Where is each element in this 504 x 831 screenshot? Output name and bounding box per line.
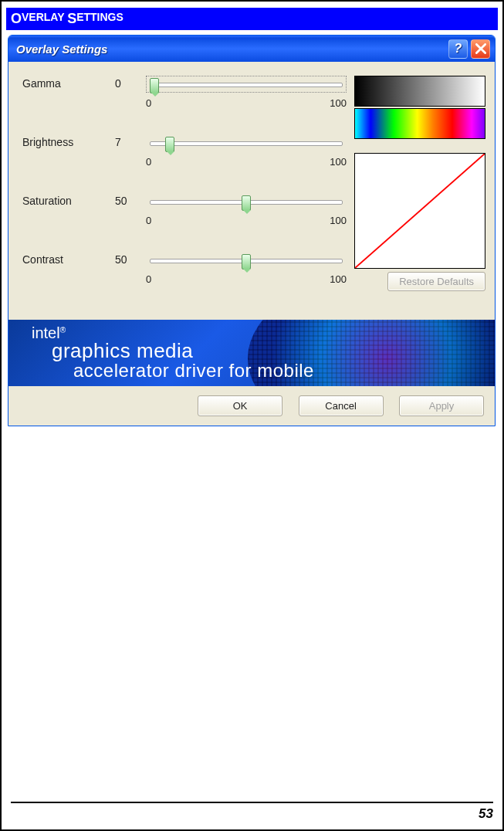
saturation-row: Saturation 50 0 100 <box>22 193 347 233</box>
sliders-panel: Gamma 0 0 100 Brightness 7 <box>22 76 347 310</box>
help-button[interactable]: ? <box>448 39 468 59</box>
saturation-label: Saturation <box>22 193 115 207</box>
intel-banner: intel® graphics media accelerator driver… <box>8 320 495 386</box>
saturation-thumb[interactable] <box>242 195 251 211</box>
saturation-slider[interactable] <box>146 193 347 210</box>
gamma-value: 0 <box>115 76 146 90</box>
close-icon <box>475 43 486 54</box>
saturation-min: 0 <box>146 215 151 226</box>
gamma-min: 0 <box>146 97 151 109</box>
gamma-thumb[interactable] <box>150 78 159 93</box>
gamma-slider[interactable] <box>146 76 347 93</box>
preview-panel: Restore Defaults <box>347 76 485 310</box>
saturation-max: 100 <box>330 215 347 226</box>
button-bar: OK Cancel Apply <box>8 386 495 426</box>
cancel-button[interactable]: Cancel <box>299 395 384 416</box>
page-footer: 53 <box>11 802 493 822</box>
saturation-value: 50 <box>115 193 146 207</box>
gamma-max: 100 <box>330 97 347 109</box>
contrast-max: 100 <box>330 273 347 285</box>
svg-line-0 <box>355 154 485 268</box>
contrast-label: Contrast <box>22 252 115 266</box>
gamma-label: Gamma <box>22 76 115 90</box>
brightness-row: Brightness 7 0 100 <box>22 134 347 175</box>
brightness-value: 7 <box>115 134 146 148</box>
apply-button[interactable]: Apply <box>399 395 484 416</box>
contrast-slider[interactable] <box>146 252 347 269</box>
banner-line3: accelerator driver for mobile <box>73 360 314 382</box>
grayscale-gradient-preview <box>354 76 485 107</box>
window-title: Overlay Settings <box>16 42 445 56</box>
brightness-slider[interactable] <box>146 134 347 151</box>
restore-defaults-button[interactable]: Restore Defaults <box>387 272 485 291</box>
titlebar[interactable]: Overlay Settings ? <box>8 36 495 62</box>
contrast-value: 50 <box>115 252 146 266</box>
ok-button[interactable]: OK <box>198 395 282 416</box>
contrast-row: Contrast 50 0 100 <box>22 252 347 292</box>
close-button[interactable] <box>471 39 490 59</box>
contrast-thumb[interactable] <box>242 254 251 270</box>
brightness-thumb[interactable] <box>165 137 174 152</box>
gamma-row: Gamma 0 0 100 <box>22 76 347 116</box>
brightness-max: 100 <box>330 156 347 168</box>
brightness-min: 0 <box>146 156 151 168</box>
help-icon: ? <box>455 42 462 56</box>
client-area: Gamma 0 0 100 Brightness 7 <box>8 62 495 320</box>
color-gradient-preview <box>354 108 485 139</box>
overlay-settings-window: Overlay Settings ? Gamma 0 0 <box>8 35 496 426</box>
page-number: 53 <box>479 806 493 821</box>
gamma-curve-preview <box>354 153 485 269</box>
contrast-min: 0 <box>146 273 151 285</box>
section-heading: OVERLAY SETTINGS <box>6 8 498 30</box>
brightness-label: Brightness <box>22 134 115 148</box>
